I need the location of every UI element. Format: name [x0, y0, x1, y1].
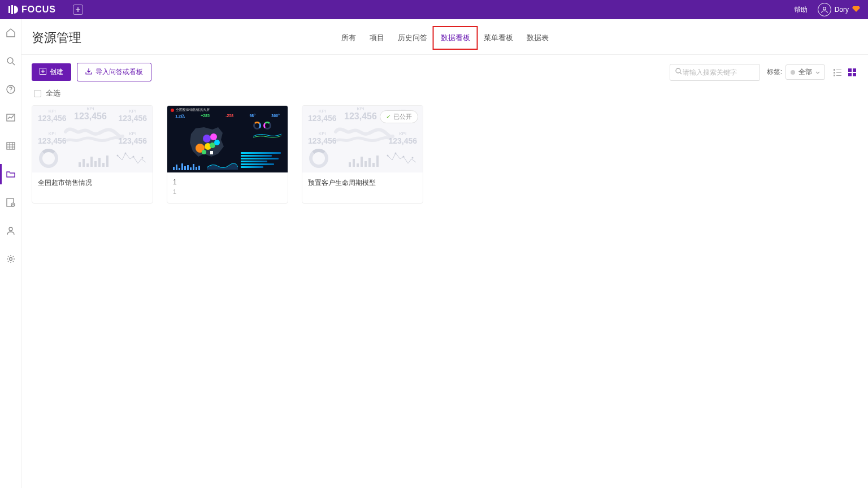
sidebar-item-data-config[interactable]: [0, 196, 21, 209]
select-all-row: 全选: [21, 81, 868, 102]
svg-point-3: [7, 58, 13, 63]
select-all-label: 全选: [46, 88, 60, 98]
svg-rect-16: [836, 72, 841, 73]
svg-rect-6: [7, 142, 15, 149]
new-button[interactable]: [73, 5, 83, 15]
logo[interactable]: FOCUS: [8, 5, 56, 15]
svg-point-26: [142, 157, 144, 159]
svg-rect-34: [210, 151, 213, 154]
sidebar-item-home[interactable]: [0, 26, 21, 40]
svg-point-2: [823, 7, 826, 10]
dashboard-card[interactable]: KPI123,456 KPI123,456 KPI123,456 KPI123,…: [32, 105, 153, 204]
card-title: 预置客户生命周期模型: [308, 178, 417, 188]
label-filter: 标签: 全部: [767, 64, 825, 80]
tab-dashboard[interactable]: 数据看板: [433, 26, 478, 50]
svg-rect-18: [836, 75, 841, 76]
grid-view-button[interactable]: [847, 67, 858, 78]
label-text: 标签:: [767, 67, 782, 77]
svg-rect-22: [853, 73, 856, 76]
create-button[interactable]: 创建: [32, 63, 71, 81]
card-thumbnail: KPI123,456 KPI123,456 KPI123,456 KPI123,…: [32, 106, 153, 172]
card-title: 1: [173, 178, 282, 186]
svg-point-37: [403, 156, 405, 158]
svg-point-33: [202, 150, 206, 154]
logo-icon: [8, 5, 18, 15]
list-view-button[interactable]: [832, 67, 843, 78]
tab-menu-dashboard[interactable]: 菜单看板: [477, 27, 520, 49]
dashboard-card[interactable]: 全国整体销售情况大屏 1.2亿 +285 -258 98° 366°: [167, 105, 288, 204]
svg-rect-0: [8, 6, 10, 13]
label-select[interactable]: 全部: [785, 64, 825, 80]
sidebar-item-settings[interactable]: [0, 252, 21, 266]
help-link[interactable]: 帮助: [794, 5, 808, 15]
status-text: 已公开: [393, 113, 412, 121]
svg-point-24: [125, 153, 127, 154]
svg-rect-1: [11, 5, 13, 14]
sidebar: [0, 19, 21, 488]
card-body: 全国超市销售情况: [32, 172, 153, 196]
svg-point-35: [387, 155, 389, 157]
svg-point-9: [9, 227, 12, 231]
search-input[interactable]: [683, 68, 755, 76]
logo-text: FOCUS: [21, 5, 56, 15]
search-icon: [675, 67, 683, 77]
username: Dory: [835, 6, 849, 14]
sidebar-item-user[interactable]: [0, 224, 21, 237]
svg-rect-17: [834, 75, 835, 76]
topbar: FOCUS 帮助 Dory: [0, 0, 868, 19]
svg-rect-15: [834, 72, 835, 74]
svg-point-25: [133, 156, 134, 158]
topbar-right: 帮助 Dory: [794, 3, 860, 16]
import-button[interactable]: 导入问答或看板: [77, 63, 151, 81]
tabs: 所有 项目 历史问答 数据看板 菜单看板 数据表: [335, 27, 555, 49]
tab-data-table[interactable]: 数据表: [520, 27, 555, 49]
avatar-icon: [818, 3, 831, 16]
svg-point-32: [214, 140, 220, 145]
select-all-checkbox[interactable]: [34, 90, 41, 97]
create-label: 创建: [50, 67, 63, 77]
tab-history[interactable]: 历史问答: [391, 27, 434, 49]
svg-rect-14: [836, 70, 841, 70]
import-icon: [85, 68, 92, 76]
check-icon: ✓: [386, 113, 391, 120]
card-subtitle: 1: [173, 188, 282, 195]
sidebar-item-search[interactable]: [0, 54, 21, 68]
card-grid: KPI123,456 KPI123,456 KPI123,456 KPI123,…: [21, 102, 868, 207]
sidebar-item-chart[interactable]: [0, 111, 21, 124]
search-input-wrap[interactable]: [670, 64, 760, 81]
status-badge: ✓ 已公开: [380, 110, 418, 123]
svg-point-23: [117, 155, 119, 157]
svg-rect-19: [848, 68, 852, 72]
svg-point-12: [676, 68, 680, 73]
header-row: 资源管理 所有 项目 历史问答 数据看板 菜单看板 数据表: [21, 19, 868, 46]
user-menu[interactable]: Dory: [818, 3, 860, 16]
sidebar-item-folder[interactable]: [0, 167, 21, 181]
tab-all[interactable]: 所有: [335, 27, 363, 49]
svg-rect-13: [834, 69, 835, 71]
card-body: 1 1: [167, 172, 288, 203]
import-label: 导入问答或看板: [96, 67, 143, 77]
card-title: 全国超市销售情况: [38, 178, 147, 188]
dashboard-card[interactable]: ✓ 已公开 KPI123,456 KPI123,456 KPI123,456 K…: [302, 105, 423, 204]
page-title: 资源管理: [32, 29, 81, 46]
plus-box-icon: [40, 68, 46, 76]
main-content: 资源管理 所有 项目 历史问答 数据看板 菜单看板 数据表 创建 导入问答或看板: [21, 19, 868, 488]
svg-point-30: [210, 133, 217, 140]
tab-project[interactable]: 项目: [363, 27, 391, 49]
toolbar-right: 标签: 全部: [670, 64, 858, 81]
diamond-icon: [852, 6, 860, 14]
label-value: 全部: [798, 67, 812, 77]
svg-point-29: [203, 135, 211, 142]
sidebar-item-help[interactable]: [0, 83, 21, 96]
svg-point-10: [9, 258, 12, 261]
card-thumbnail: 全国整体销售情况大屏 1.2亿 +285 -258 98° 366°: [167, 106, 288, 172]
chevron-down-icon: [815, 68, 820, 76]
sidebar-item-table[interactable]: [0, 139, 21, 153]
svg-point-36: [395, 153, 397, 154]
svg-rect-21: [848, 73, 852, 76]
view-toggle: [832, 67, 858, 78]
svg-point-38: [412, 157, 414, 159]
svg-rect-20: [853, 68, 856, 72]
card-body: 预置客户生命周期模型: [302, 172, 423, 196]
dot-icon: [791, 70, 795, 75]
